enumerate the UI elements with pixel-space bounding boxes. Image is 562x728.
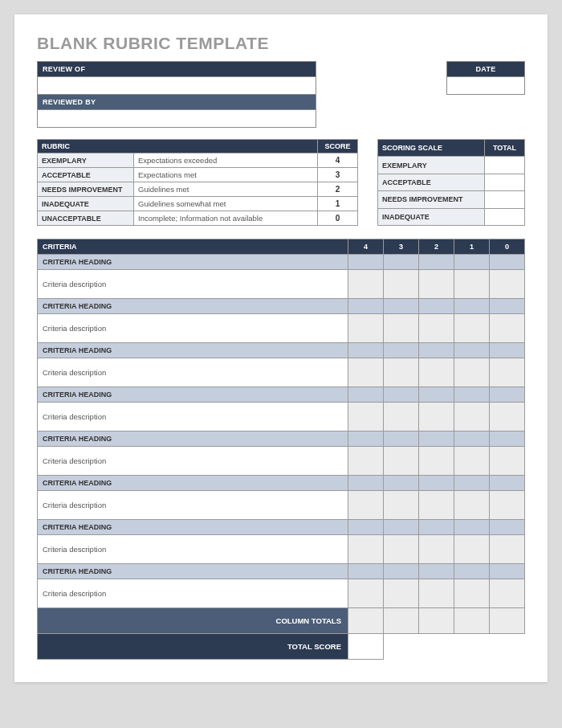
criteria-description: Criteria description [38, 314, 348, 343]
criteria-heading-cell [419, 476, 454, 491]
scale-row-value[interactable] [485, 157, 525, 174]
criteria-score-cell[interactable] [384, 491, 419, 520]
criteria-score-cell[interactable] [490, 358, 525, 387]
criteria-col-3: 3 [384, 239, 419, 255]
criteria-heading: CRITERIA HEADING [38, 520, 348, 535]
criteria-header: CRITERIA [38, 239, 348, 255]
column-total-cell[interactable] [454, 608, 490, 634]
rubric-row-desc: Guidelines met [134, 182, 318, 197]
scale-row-label: ACCEPTABLE [378, 174, 485, 190]
criteria-score-cell[interactable] [419, 358, 454, 387]
criteria-heading-cell [384, 520, 419, 535]
criteria-heading-cell [454, 255, 490, 270]
criteria-score-cell[interactable] [419, 491, 454, 520]
criteria-heading-cell [348, 564, 384, 579]
criteria-score-cell[interactable] [348, 358, 384, 387]
criteria-score-cell[interactable] [384, 358, 419, 387]
criteria-description: Criteria description [38, 358, 348, 387]
criteria-description: Criteria description [38, 579, 348, 608]
criteria-score-cell[interactable] [419, 535, 454, 564]
criteria-heading-cell [490, 255, 525, 270]
criteria-score-cell[interactable] [490, 491, 525, 520]
rubric-row-desc: Incomplete; Information not available [134, 211, 318, 226]
criteria-score-cell[interactable] [490, 314, 525, 343]
criteria-score-cell[interactable] [348, 314, 384, 343]
criteria-heading-cell [419, 520, 454, 535]
criteria-score-cell[interactable] [348, 403, 384, 431]
column-total-cell[interactable] [419, 608, 454, 634]
criteria-score-cell[interactable] [490, 403, 525, 431]
total-score-cell[interactable] [348, 634, 384, 660]
criteria-score-cell[interactable] [384, 270, 419, 299]
column-total-cell[interactable] [490, 608, 525, 634]
criteria-score-cell[interactable] [384, 314, 419, 343]
criteria-score-cell[interactable] [490, 579, 525, 608]
criteria-score-cell[interactable] [454, 579, 490, 608]
criteria-score-cell[interactable] [454, 314, 490, 343]
criteria-score-cell[interactable] [454, 403, 490, 431]
criteria-score-cell[interactable] [384, 535, 419, 564]
date-input[interactable] [446, 77, 525, 95]
criteria-heading-cell [348, 255, 384, 270]
criteria-score-cell[interactable] [384, 579, 419, 608]
scale-total-header: TOTAL [485, 140, 525, 157]
criteria-heading-cell [348, 299, 384, 314]
criteria-heading-cell [454, 564, 490, 579]
criteria-description: Criteria description [38, 447, 348, 476]
criteria-score-cell[interactable] [454, 447, 490, 476]
scale-row-value[interactable] [485, 191, 525, 208]
total-score-label: TOTAL SCORE [38, 634, 348, 660]
review-of-input[interactable] [37, 77, 316, 95]
rubric-row-desc: Expectations met [134, 168, 318, 182]
criteria-heading-cell [384, 343, 419, 358]
criteria-score-cell[interactable] [419, 579, 454, 608]
criteria-score-cell[interactable] [419, 314, 454, 343]
criteria-description: Criteria description [38, 270, 348, 299]
criteria-heading-cell [490, 520, 525, 535]
criteria-table: CRITERIA43210 CRITERIA HEADINGCriteria d… [37, 239, 525, 660]
criteria-score-cell[interactable] [348, 270, 384, 299]
scale-row-value[interactable] [485, 208, 525, 225]
criteria-heading-cell [384, 476, 419, 491]
template-page: BLANK RUBRIC TEMPLATE REVIEW OF REVIEWED… [14, 14, 548, 682]
criteria-score-cell[interactable] [454, 270, 490, 299]
criteria-heading-cell [454, 520, 490, 535]
scale-row-value[interactable] [485, 174, 525, 190]
criteria-heading-cell [490, 343, 525, 358]
page-title: BLANK RUBRIC TEMPLATE [37, 34, 525, 53]
criteria-score-cell[interactable] [348, 579, 384, 608]
rubric-row-label: ACCEPTABLE [38, 168, 134, 182]
criteria-score-cell[interactable] [348, 491, 384, 520]
criteria-score-cell[interactable] [454, 491, 490, 520]
criteria-heading-cell [384, 431, 419, 447]
criteria-score-cell[interactable] [384, 403, 419, 431]
criteria-heading: CRITERIA HEADING [38, 387, 348, 403]
criteria-score-cell[interactable] [454, 358, 490, 387]
criteria-score-cell[interactable] [490, 270, 525, 299]
criteria-score-cell[interactable] [419, 270, 454, 299]
criteria-heading-cell [490, 564, 525, 579]
criteria-score-cell[interactable] [348, 535, 384, 564]
criteria-heading: CRITERIA HEADING [38, 564, 348, 579]
criteria-heading-cell [454, 431, 490, 447]
criteria-score-cell[interactable] [419, 447, 454, 476]
criteria-heading-cell [384, 299, 419, 314]
criteria-score-cell[interactable] [490, 535, 525, 564]
column-total-cell[interactable] [348, 608, 384, 634]
criteria-col-1: 1 [454, 239, 490, 255]
criteria-description: Criteria description [38, 535, 348, 564]
criteria-heading-cell [348, 343, 384, 358]
criteria-heading: CRITERIA HEADING [38, 299, 348, 314]
criteria-score-cell[interactable] [348, 447, 384, 476]
criteria-heading-cell [490, 299, 525, 314]
rubric-row-desc: Guidelines somewhat met [134, 197, 318, 211]
criteria-score-cell[interactable] [454, 535, 490, 564]
column-total-cell[interactable] [384, 608, 419, 634]
criteria-score-cell[interactable] [490, 447, 525, 476]
criteria-score-cell[interactable] [419, 403, 454, 431]
criteria-col-2: 2 [419, 239, 454, 255]
reviewed-by-input[interactable] [37, 110, 316, 128]
criteria-score-cell[interactable] [384, 447, 419, 476]
criteria-heading-cell [419, 255, 454, 270]
rubric-row-desc: Expectations exceeded [134, 153, 318, 168]
